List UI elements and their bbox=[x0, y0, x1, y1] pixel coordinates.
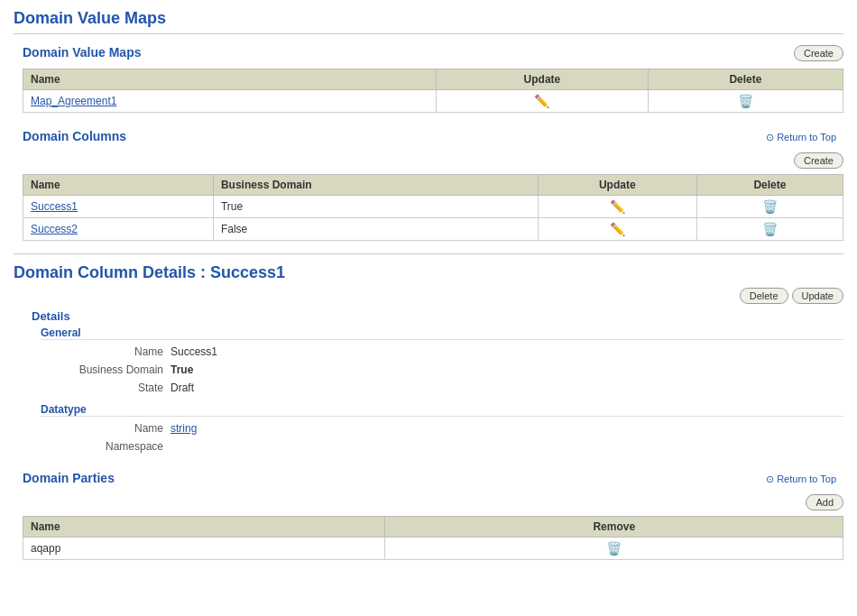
dc-row2-name: Success2 bbox=[23, 218, 214, 241]
general-fields: Name Success1 Business Domain True State… bbox=[59, 344, 843, 396]
table-row: Success2 False ✏️ 🗑️ bbox=[23, 218, 843, 241]
name-field-value: Success1 bbox=[170, 344, 843, 360]
dc-row1-name: Success1 bbox=[23, 196, 214, 218]
dvm-row-delete: 🗑️ bbox=[648, 90, 843, 113]
domain-columns-label: Domain Columns bbox=[23, 129, 126, 143]
dt-name-field-value: string bbox=[170, 420, 843, 437]
dc-col-biz-domain: Business Domain bbox=[213, 175, 538, 196]
dc-row1-delete-btn[interactable]: 🗑️ bbox=[759, 199, 781, 214]
dp-row1-name: aqapp bbox=[23, 538, 385, 560]
details-section: Details General Name Success1 Business D… bbox=[32, 309, 843, 455]
domain-columns-header-right: Return to Top bbox=[766, 132, 843, 143]
dc-row2-delete-btn[interactable]: 🗑️ bbox=[759, 222, 781, 236]
state-field-label: State bbox=[59, 380, 167, 396]
dvm-row-update: ✏️ bbox=[436, 90, 648, 113]
dp-add-button[interactable]: Add bbox=[806, 494, 843, 510]
domain-value-maps-table: Name Update Delete Map_Agreement1 ✏️ 🗑️ bbox=[23, 69, 843, 113]
dvm-row-name: Map_Agreement1 bbox=[23, 90, 437, 113]
biz-domain-field-label: Business Domain bbox=[59, 362, 167, 378]
domain-parties-header: Domain Parties Return to Top bbox=[23, 467, 843, 491]
dp-col-remove: Remove bbox=[385, 517, 843, 538]
domain-parties-label: Domain Parties bbox=[23, 471, 115, 485]
details-label: Details bbox=[32, 309, 843, 323]
domain-columns-return-to-top[interactable]: Return to Top bbox=[766, 132, 836, 143]
domain-columns-header: Domain Columns Return to Top bbox=[23, 125, 843, 149]
dt-namespace-field-label: Namespace bbox=[59, 438, 167, 455]
dc-row2-update: ✏️ bbox=[538, 218, 696, 241]
dvm-update-icon-btn[interactable]: ✏️ bbox=[530, 94, 553, 108]
dc-row1-name-link[interactable]: Success1 bbox=[31, 200, 78, 213]
domain-value-maps-label: Domain Value Maps bbox=[23, 45, 141, 60]
dp-row1-remove: 🗑️ bbox=[385, 538, 843, 560]
dvm-col-delete: Delete bbox=[648, 69, 843, 90]
dt-name-link[interactable]: string bbox=[170, 422, 197, 435]
biz-domain-field-value: True bbox=[170, 362, 843, 378]
dc-row2-delete: 🗑️ bbox=[696, 218, 843, 241]
table-row: Success1 True ✏️ 🗑️ bbox=[23, 196, 843, 218]
domain-columns-table: Name Business Domain Update Delete Succe… bbox=[23, 174, 843, 241]
domain-parties-table: Name Remove aqapp 🗑️ bbox=[23, 516, 843, 560]
table-row: Map_Agreement1 ✏️ 🗑️ bbox=[23, 90, 843, 113]
dc-create-button[interactable]: Create bbox=[794, 152, 843, 169]
datatype-label: Datatype bbox=[41, 403, 843, 417]
page-title: Domain Value Maps bbox=[14, 9, 843, 34]
domain-columns-btn-row: Create bbox=[23, 152, 843, 169]
domain-column-details-block: Delete Update Details General Name Succe… bbox=[23, 288, 843, 455]
dc-row1-biz-domain: True bbox=[213, 196, 538, 218]
name-field-label: Name bbox=[59, 344, 167, 360]
dvm-col-name: Name bbox=[23, 69, 437, 90]
domain-value-maps-block: Domain Value Maps Create Name Update Del… bbox=[23, 41, 843, 113]
dc-row1-update: ✏️ bbox=[538, 196, 696, 218]
domain-parties-header-right: Return to Top bbox=[766, 473, 843, 485]
dt-namespace-field-value bbox=[170, 438, 843, 455]
general-label: General bbox=[41, 326, 843, 340]
dc-col-delete: Delete bbox=[696, 175, 843, 196]
dc-row2-biz-domain: False bbox=[213, 218, 538, 241]
dcd-btn-row: Delete Update bbox=[23, 288, 843, 304]
dvm-row-name-link[interactable]: Map_Agreement1 bbox=[31, 95, 116, 107]
dc-row2-update-btn[interactable]: ✏️ bbox=[606, 222, 629, 236]
domain-parties-btn-row: Add bbox=[23, 494, 843, 510]
dvm-create-button[interactable]: Create bbox=[794, 45, 843, 61]
table-row: aqapp 🗑️ bbox=[23, 538, 843, 560]
dc-row1-delete: 🗑️ bbox=[696, 196, 843, 218]
dc-col-name: Name bbox=[23, 175, 214, 196]
state-field-value: Draft bbox=[170, 380, 843, 396]
domain-value-maps-header: Domain Value Maps Create bbox=[23, 41, 843, 65]
dc-row1-update-btn[interactable]: ✏️ bbox=[606, 199, 629, 214]
dc-col-update: Update bbox=[538, 175, 696, 196]
datatype-fields: Name string Namespace bbox=[59, 420, 843, 455]
dvm-col-update: Update bbox=[436, 69, 648, 90]
domain-parties-block: Domain Parties Return to Top Add Name Re… bbox=[23, 467, 843, 560]
domain-column-details-title: Domain Column Details : Success1 bbox=[14, 253, 843, 282]
dt-name-field-label: Name bbox=[59, 420, 167, 437]
dc-row2-name-link[interactable]: Success2 bbox=[31, 223, 78, 235]
domain-columns-block: Domain Columns Return to Top Create Name… bbox=[23, 125, 843, 241]
dcd-update-button[interactable]: Update bbox=[792, 288, 843, 304]
dvm-delete-icon-btn[interactable]: 🗑️ bbox=[734, 94, 757, 108]
dp-col-name: Name bbox=[23, 517, 385, 538]
dcd-delete-button[interactable]: Delete bbox=[740, 288, 788, 304]
domain-parties-return-to-top[interactable]: Return to Top bbox=[766, 473, 836, 485]
dp-row1-remove-btn[interactable]: 🗑️ bbox=[603, 541, 625, 556]
